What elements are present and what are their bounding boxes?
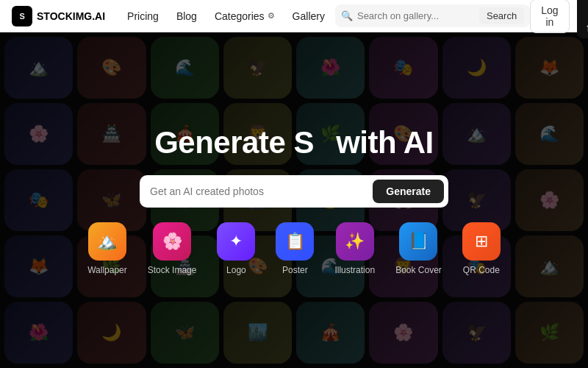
search-bar: 🔍 Search	[335, 4, 530, 27]
category-icon-qr-code: ⊞	[462, 222, 501, 261]
category-label-illustration: Illustration	[334, 265, 375, 275]
category-item-stock-image[interactable]: 🌸Stock Image	[148, 222, 197, 275]
settings-icon: ⚙	[268, 11, 275, 21]
category-icon-book-cover: 📘	[399, 222, 437, 261]
category-label-poster: Poster	[282, 265, 308, 275]
hero-content: Generate S with AI Generate 🏔️Wallpaper🌸…	[87, 125, 501, 275]
category-label-wallpaper: Wallpaper	[87, 265, 127, 275]
hero-title: Generate S with AI	[154, 125, 434, 160]
search-input[interactable]	[357, 10, 475, 21]
brand-name: STOCKIMG.AI	[37, 10, 105, 22]
category-label-stock-image: Stock Image	[148, 265, 197, 275]
categories-row: 🏔️Wallpaper🌸Stock Image✦Logo📋Poster✨Illu…	[87, 222, 501, 275]
category-label-qr-code: QR Code	[463, 265, 500, 275]
category-item-poster[interactable]: 📋Poster	[276, 222, 314, 275]
login-button[interactable]: Log in	[530, 0, 569, 33]
category-icon-poster: 📋	[276, 222, 314, 261]
hero-section: 🏔️🎨🌊🦅🌺🎭🌙🦊🌸🏯🎪🦁🌿🎨🏔️🌊🎭🦋🌺🏙️🌙🎪🦅🌸🦊🌿🏯🎨🌊🦁🎭🏔️🌺🌙🦋🏙…	[0, 32, 588, 368]
navbar: S STOCKIMG.AI Pricing Blog Categories ⚙ …	[0, 0, 588, 32]
category-icon-illustration: ✨	[336, 222, 374, 261]
category-icon-logo: ✦	[217, 222, 255, 261]
category-item-logo[interactable]: ✦Logo	[217, 222, 255, 275]
hero-search-bar: Generate	[140, 175, 448, 208]
nav-links: Pricing Blog Categories ⚙ Gallery 🔍 Sear…	[120, 4, 530, 27]
category-icon-wallpaper: 🏔️	[88, 222, 126, 261]
logo-icon: S	[20, 12, 25, 21]
category-item-wallpaper[interactable]: 🏔️Wallpaper	[87, 222, 127, 275]
nav-right: Log in Try for free	[530, 0, 588, 38]
category-icon-stock-image: 🌸	[153, 222, 191, 261]
nav-gallery[interactable]: Gallery	[285, 6, 332, 26]
hero-search-input[interactable]	[150, 185, 367, 197]
category-label-logo: Logo	[226, 265, 246, 275]
search-icon: 🔍	[341, 10, 353, 21]
nav-categories[interactable]: Categories ⚙	[207, 6, 282, 26]
category-label-book-cover: Book Cover	[395, 265, 442, 275]
category-item-book-cover[interactable]: 📘Book Cover	[395, 222, 442, 275]
search-button[interactable]: Search	[479, 7, 524, 24]
hero-title-text: Generate S with AI	[154, 125, 434, 160]
category-item-qr-code[interactable]: ⊞QR Code	[462, 222, 501, 275]
logo-box: S	[12, 6, 32, 26]
logo-link[interactable]: S STOCKIMG.AI	[12, 6, 105, 26]
tryfree-button[interactable]: Try for free	[577, 0, 588, 38]
nav-pricing[interactable]: Pricing	[120, 6, 166, 26]
generate-button[interactable]: Generate	[373, 180, 444, 203]
category-item-illustration[interactable]: ✨Illustration	[334, 222, 375, 275]
nav-blog[interactable]: Blog	[169, 6, 204, 26]
